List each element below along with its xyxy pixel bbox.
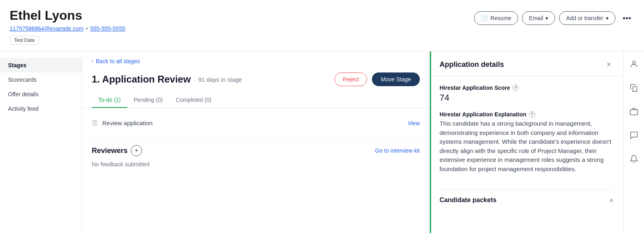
back-to-stages-link[interactable]: ‹ Back to all stages [82, 52, 429, 64]
tab-pending-label: Pending (0) [134, 97, 163, 103]
move-stage-button[interactable]: Move Stage [372, 72, 420, 86]
reviewers-title-text: Reviewers [92, 147, 128, 155]
hirestar-score-label: Hirestar Application Score ? [440, 85, 613, 91]
back-chevron-icon: ‹ [92, 58, 93, 64]
more-options-button[interactable]: ••• [619, 12, 634, 25]
tabs: To-do (1) Pending (0) Completed (0) [82, 93, 429, 108]
svg-rect-1 [633, 87, 637, 91]
header-left: Ethel Lyons 11757586864@example.com • 55… [10, 8, 125, 45]
tasks-section: ☰ Review application View [82, 108, 429, 138]
resume-label: Resume [490, 15, 511, 21]
tab-completed-label: Completed (0) [175, 97, 211, 103]
bell-icon[interactable] [628, 153, 640, 167]
sidebar-item-offer-details[interactable]: Offer details [0, 87, 82, 101]
reviewers-header: Reviewers + Go to interview kit [92, 145, 420, 156]
hirestar-explanation-section: Hirestar Application Explanation ? This … [440, 111, 613, 174]
add-reviewer-button[interactable]: + [131, 145, 142, 156]
sidebar-item-stages[interactable]: Stages [0, 58, 82, 72]
tab-completed[interactable]: Completed (0) [169, 93, 218, 108]
right-panel: Application details × Hirestar Applicati… [430, 52, 623, 233]
sidebar-item-scorecards[interactable]: Scorecards [0, 72, 82, 87]
stage-days: · 91 days in stage [195, 76, 242, 83]
task-view-link[interactable]: View [408, 120, 420, 126]
task-label: Review application [102, 120, 153, 126]
candidate-name: Ethel Lyons [10, 8, 125, 23]
candidate-email[interactable]: 11757586864@example.com [10, 25, 83, 32]
hirestar-explanation-text: This candidate has a strong background i… [440, 119, 613, 174]
stage-days-text: 91 days in stage [198, 76, 242, 83]
candidate-packets-title: Candidate packets [440, 196, 496, 204]
tab-todo[interactable]: To-do (1) [92, 93, 127, 108]
packets-chevron-up-icon: ∧ [609, 197, 613, 203]
hirestar-explanation-label-text: Hirestar Application Explanation [440, 111, 526, 118]
hirestar-explanation-help-icon[interactable]: ? [529, 111, 535, 118]
sidebar-offer-details-label: Offer details [8, 91, 38, 97]
stage-actions: Reject Move Stage [334, 72, 420, 86]
header: Ethel Lyons 11757586864@example.com • 55… [0, 0, 644, 52]
panel-title: Application details [440, 60, 504, 69]
panel-header: Application details × [430, 52, 623, 77]
task-document-icon: ☰ [92, 119, 97, 127]
briefcase-icon[interactable] [628, 105, 640, 120]
candidate-contact: 11757586864@example.com • 555-555-5555 [10, 25, 125, 32]
close-panel-button[interactable]: × [604, 60, 613, 70]
sidebar-activity-feed-label: Activity feed [8, 105, 38, 112]
far-right-icons [623, 52, 644, 233]
document-copy-icon[interactable] [628, 82, 640, 96]
tab-pending[interactable]: Pending (0) [127, 93, 169, 108]
sidebar-stages-label: Stages [8, 62, 27, 68]
hirestar-explanation-label: Hirestar Application Explanation ? [440, 111, 613, 118]
resume-button[interactable]: 📄 Resume [474, 11, 518, 25]
hirestar-score-help-icon[interactable]: ? [512, 85, 519, 91]
candidate-packets-section: Candidate packets ∧ [430, 190, 623, 217]
chat-icon[interactable] [628, 129, 640, 143]
header-actions: 📄 Resume Email ▾ Add or transfer ▾ ••• [474, 8, 634, 25]
stage-title: 1. Application Review · 91 days in stage [92, 74, 242, 85]
svg-point-0 [632, 61, 635, 64]
sidebar: Stages Scorecards Offer details Activity… [0, 52, 82, 233]
sidebar-item-activity-feed[interactable]: Activity feed [0, 101, 82, 116]
panel-body: Hirestar Application Score ? 74 Hirestar… [430, 77, 623, 190]
panel-active-indicator [430, 52, 431, 233]
task-left: ☰ Review application [92, 119, 153, 127]
main-layout: Stages Scorecards Offer details Activity… [0, 52, 644, 233]
email-chevron-icon: ▾ [545, 15, 548, 21]
tab-todo-label: To-do (1) [98, 97, 121, 103]
candidate-packets-header[interactable]: Candidate packets ∧ [440, 190, 613, 210]
email-label: Email [529, 15, 543, 21]
hirestar-score-section: Hirestar Application Score ? 74 [440, 85, 613, 103]
back-link-label: Back to all stages [96, 58, 140, 64]
reviewers-title: Reviewers + [92, 145, 142, 156]
no-feedback-text: No feedback submitted [92, 161, 420, 167]
reviewers-section: Reviewers + Go to interview kit No feedb… [82, 138, 429, 174]
table-row: ☰ Review application View [92, 114, 420, 132]
stage-header: 1. Application Review · 91 days in stage… [82, 64, 429, 93]
sidebar-scorecards-label: Scorecards [8, 77, 37, 83]
stage-title-text: 1. Application Review [92, 74, 191, 85]
test-data-badge: Test Data [10, 36, 39, 45]
candidate-phone[interactable]: 555-555-5555 [90, 25, 125, 32]
email-button[interactable]: Email ▾ [522, 11, 555, 25]
interview-kit-link[interactable]: Go to interview kit [375, 147, 420, 154]
add-transfer-chevron-icon: ▾ [606, 15, 609, 21]
person-icon[interactable] [628, 58, 640, 72]
contact-separator: • [86, 25, 88, 32]
hirestar-score-value: 74 [440, 93, 613, 103]
reject-button[interactable]: Reject [334, 72, 367, 86]
add-transfer-label: Add or transfer [566, 15, 603, 21]
resume-icon: 📄 [481, 15, 488, 21]
main-content: ‹ Back to all stages 1. Application Revi… [82, 52, 430, 233]
svg-rect-2 [630, 110, 637, 115]
hirestar-score-label-text: Hirestar Application Score [440, 85, 510, 91]
add-transfer-button[interactable]: Add or transfer ▾ [559, 11, 615, 25]
